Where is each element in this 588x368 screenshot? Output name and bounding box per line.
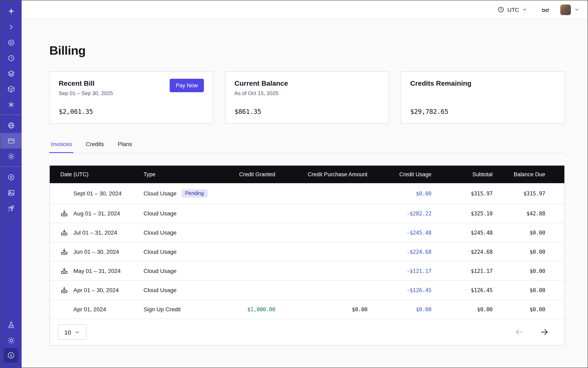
current-balance-amount: $861.35 (235, 108, 261, 115)
chevron-right-icon[interactable] (0, 19, 22, 35)
credit-usage: $0.00 (367, 300, 431, 319)
invoice-date: Aug 01 – 31, 2024 (73, 210, 120, 217)
credit-granted (225, 242, 275, 261)
invoice-type: Cloud Usage (144, 268, 177, 274)
timezone-selector[interactable]: UTC (498, 6, 527, 13)
column-header: Credit Granted (225, 166, 275, 183)
credit-granted (225, 204, 275, 223)
credit-purchase-amount (275, 204, 367, 223)
tab-credits[interactable]: Credits (84, 141, 106, 153)
download-invoice-icon[interactable] (60, 286, 68, 294)
layers-icon[interactable] (0, 66, 22, 81)
pagination-controls (515, 328, 549, 337)
invoice-date: Sept 01 – 30, 2024 (73, 190, 122, 197)
subtotal: $315.97 (431, 183, 493, 204)
sun-icon[interactable] (0, 332, 22, 348)
column-header: Credit Purchase Amount (275, 166, 367, 183)
invoice-row: May 01 – 31, 2024Cloud Usage-$121.17$121… (50, 261, 564, 280)
flask-icon[interactable] (0, 317, 22, 332)
subtotal: $126.45 (431, 280, 493, 300)
tab-invoices[interactable]: Invoices (49, 141, 74, 153)
credit-purchase-amount (275, 261, 367, 280)
invoice-date: Apr 01 – 30, 2024 (73, 287, 119, 293)
invoice-row: Apr 01 – 30, 2024Cloud Usage-$126.45$126… (50, 280, 564, 300)
circle-x-icon[interactable] (0, 169, 22, 185)
invoice-row: Aug 01 – 31, 2024Cloud Usage-$282.22$325… (50, 204, 564, 223)
download-invoice-icon[interactable] (60, 210, 68, 217)
rocket-icon[interactable] (0, 200, 22, 216)
table-footer: 10 (50, 319, 564, 345)
credit-purchase-amount (275, 183, 367, 204)
history-icon[interactable] (0, 50, 22, 66)
subtotal: $245.48 (431, 223, 493, 242)
subtotal: $224.68 (431, 242, 493, 261)
download-invoice-icon[interactable] (60, 267, 68, 275)
column-header: Balance Due (493, 166, 564, 183)
target-icon[interactable] (0, 35, 22, 50)
balance-due: $0.00 (493, 242, 564, 261)
invoice-table-body: Sept 01 – 30, 2024Cloud UsagePending$0.0… (50, 183, 564, 319)
sidebar: $ (0, 0, 22, 368)
recent-bill-amount: $2,061.35 (59, 108, 93, 115)
credit-granted (225, 183, 275, 204)
invoice-row: Jun 01 – 30, 2024Cloud Usage-$224.68$224… (50, 242, 564, 261)
balance-as-of: As of Oct 15, 2025 (235, 90, 380, 96)
main-content: Billing Recent Bill Sep 01 – Sep 30, 202… (22, 19, 588, 368)
credit-granted (225, 280, 275, 300)
credit-purchase-amount (275, 280, 367, 300)
sidebar-item-billing[interactable] (0, 133, 22, 148)
svg-text:$: $ (10, 353, 12, 358)
invoice-type: Cloud Usage (144, 190, 177, 197)
tab-plans[interactable]: Plans (116, 141, 134, 153)
globe-icon[interactable] (0, 118, 22, 133)
previous-page-arrow-icon[interactable] (515, 328, 524, 337)
image-icon[interactable] (0, 185, 22, 200)
invoice-row: Jul 01 – 31, 2024Cloud Usage-$245.48$245… (50, 223, 564, 242)
invoice-table: Date (UTC)TypeCredit GrantedCredit Purch… (50, 166, 564, 319)
tabs: InvoicesCreditsPlans (49, 141, 565, 153)
chevron-down-icon (522, 7, 527, 12)
topbar: UTC (22, 0, 588, 19)
credit-usage: -$126.45 (367, 280, 431, 300)
balance-due: $42.88 (493, 204, 564, 223)
download-invoice-icon[interactable] (60, 248, 68, 256)
glasses-icon[interactable] (541, 5, 550, 14)
invoice-row: Sept 01 – 30, 2024Cloud UsagePending$0.0… (50, 183, 564, 204)
sidebar-divider (0, 115, 22, 115)
credit-purchase-amount (275, 242, 367, 261)
clock-icon (498, 6, 504, 13)
account-menu-chevron-icon[interactable] (574, 7, 579, 12)
card-title: Credits Remaining (410, 80, 555, 88)
page-size-select[interactable]: 10 (58, 324, 86, 340)
invoice-type: Cloud Usage (144, 248, 177, 255)
column-header: Date (UTC) (50, 166, 144, 183)
balance-due: $0.00 (493, 261, 564, 280)
download-invoice-icon[interactable] (60, 229, 68, 236)
balance-due: $0.00 (493, 280, 564, 300)
current-balance-card: Current Balance As of Oct 15, 2025 $861.… (225, 71, 389, 124)
invoice-type: Cloud Usage (144, 229, 177, 236)
asterisk-icon[interactable] (0, 97, 22, 112)
credit-usage: -$121.17 (367, 261, 431, 280)
cube-icon[interactable] (0, 81, 22, 97)
dollar-circle-icon[interactable]: $ (4, 348, 18, 363)
credit-granted: $1,000.00 (225, 300, 275, 319)
credit-granted (225, 223, 275, 242)
user-avatar[interactable] (560, 4, 571, 15)
credit-usage: -$245.48 (367, 223, 431, 242)
subtotal: $121.17 (431, 261, 493, 280)
credit-purchase-amount (275, 223, 367, 242)
column-header: Type (144, 166, 225, 183)
invoice-date: Apr 01, 2024 (73, 306, 106, 313)
next-page-arrow-icon[interactable] (540, 328, 549, 337)
subtotal: $325.10 (431, 204, 493, 223)
sidebar-divider (0, 166, 22, 167)
column-header: Credit Usage (367, 166, 431, 183)
credit-usage: -$282.22 (367, 204, 431, 223)
app-logo-icon[interactable] (0, 3, 22, 19)
recent-bill-card: Recent Bill Sep 01 – Sep 30, 2025 $2,061… (49, 71, 213, 124)
page-size-value: 10 (64, 329, 71, 336)
balance-due: $315.97 (493, 183, 564, 204)
gear-icon[interactable] (0, 148, 22, 164)
pay-now-button[interactable]: Pay Now (170, 79, 204, 92)
